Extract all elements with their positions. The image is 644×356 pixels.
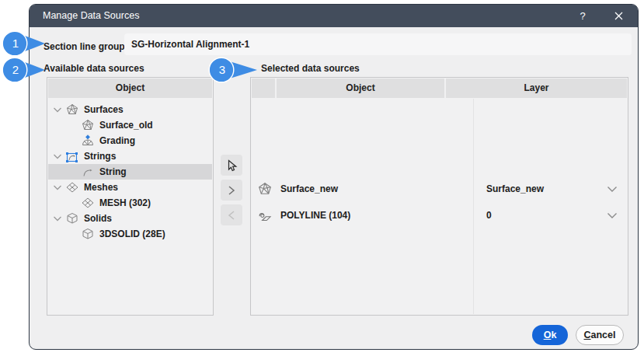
- selected-data-sources-label: Selected data sources: [261, 60, 360, 77]
- tree-item-label: 3DSOLID (28E): [99, 229, 165, 239]
- tree-item-surface-old[interactable]: Surface_old: [48, 117, 212, 133]
- tree-item-label: Grading: [99, 135, 135, 146]
- tree-item-solids[interactable]: Solids: [48, 211, 212, 226]
- tree-item-label: String: [99, 166, 127, 177]
- layer-dropdown[interactable]: [607, 212, 618, 219]
- selected-data-sources-panel: Object Layer Surface_new Surface_new: [250, 77, 628, 316]
- section-line-group-label: Section line group: [44, 37, 125, 57]
- tree-item-grading[interactable]: Grading: [48, 133, 212, 148]
- tree-item-label: Surface_old: [99, 120, 153, 131]
- surface-icon: [81, 119, 94, 132]
- close-button[interactable]: [608, 5, 628, 27]
- dialog-title: Manage Data Sources: [43, 5, 139, 27]
- select-in-drawing-button[interactable]: [221, 155, 242, 176]
- available-object-column-header: Object: [48, 79, 212, 98]
- cancel-button-label: Cancel: [584, 330, 616, 340]
- manage-data-sources-dialog: Manage Data Sources ? Section line group…: [29, 4, 639, 350]
- close-icon: [614, 12, 623, 20]
- polyline3d-icon: [258, 208, 272, 222]
- layer-cell[interactable]: 0: [486, 210, 607, 221]
- tree-item-3dsolid-28e[interactable]: 3DSOLID (28E): [48, 226, 212, 242]
- mesh-icon: [65, 181, 78, 194]
- object-cell: Surface_new: [280, 183, 471, 194]
- callout-number: 1: [8, 30, 23, 57]
- chevron-down-icon[interactable]: [53, 105, 63, 114]
- surface-icon: [65, 103, 78, 117]
- selected-table-header: Object Layer: [252, 79, 627, 98]
- table-row-surface-new[interactable]: Surface_new Surface_new: [252, 177, 627, 201]
- available-data-sources-panel: Object Surfaces: [47, 77, 214, 316]
- tree-item-label: Meshes: [84, 182, 118, 193]
- ok-button-label: Ok: [544, 330, 557, 340]
- callout-number: 3: [214, 57, 230, 83]
- screen: Manage Data Sources ? Section line group…: [0, 0, 644, 356]
- section-line-group-value: SG-Horizontal Alignment-1: [124, 33, 632, 55]
- ok-button[interactable]: Ok: [532, 325, 568, 345]
- chevron-down-icon[interactable]: [53, 183, 63, 192]
- table-row-polyline-104[interactable]: POLYLINE (104) 0: [252, 204, 627, 227]
- tree-item-string[interactable]: String: [48, 164, 212, 180]
- surface-icon: [258, 182, 272, 196]
- layer-dropdown[interactable]: [607, 186, 618, 193]
- dialog-titlebar[interactable]: Manage Data Sources ?: [30, 5, 638, 27]
- tree-item-strings[interactable]: Strings: [48, 148, 212, 164]
- mesh-icon: [81, 197, 94, 210]
- object-column-header: Object: [277, 79, 444, 98]
- help-button[interactable]: ?: [573, 5, 593, 27]
- chevron-down-icon[interactable]: [53, 214, 63, 223]
- callout-1: 1: [2, 30, 51, 57]
- string-icon: [81, 166, 94, 179]
- tree-item-mesh-302[interactable]: MESH (302): [48, 195, 212, 211]
- available-data-sources-label: Available data sources: [44, 60, 144, 77]
- strings-group-icon: [65, 150, 78, 163]
- chevron-down-icon: [607, 186, 618, 193]
- available-tree: Surfaces Surface_old: [48, 102, 212, 242]
- tree-item-label: Surfaces: [84, 104, 124, 115]
- pointer-select-icon: [225, 159, 238, 173]
- callout-2: 2: [2, 57, 51, 83]
- layer-cell[interactable]: Surface_new: [486, 183, 607, 194]
- tree-item-label: Strings: [84, 151, 116, 162]
- tree-item-label: MESH (302): [99, 197, 151, 208]
- add-to-selected-button[interactable]: [221, 180, 242, 201]
- tree-item-surfaces[interactable]: Surfaces: [48, 102, 212, 117]
- cancel-button[interactable]: Cancel: [576, 325, 624, 345]
- move-left-icon: [227, 210, 236, 221]
- section-line-group-field[interactable]: SG-Horizontal Alignment-1: [124, 33, 632, 55]
- chevron-down-icon: [607, 212, 618, 219]
- solid-icon: [65, 212, 78, 225]
- layer-column-header: Layer: [446, 79, 627, 98]
- callout-3: 3: [208, 57, 258, 83]
- remove-from-selected-button[interactable]: [221, 204, 242, 225]
- tree-item-label: Solids: [84, 213, 112, 224]
- grading-icon: [81, 134, 94, 148]
- chevron-down-icon[interactable]: [53, 152, 63, 161]
- tree-item-meshes[interactable]: Meshes: [48, 180, 212, 195]
- object-cell: POLYLINE (104): [280, 210, 471, 221]
- solid-icon: [81, 228, 94, 241]
- move-right-icon: [227, 185, 236, 196]
- callout-number: 2: [8, 57, 23, 83]
